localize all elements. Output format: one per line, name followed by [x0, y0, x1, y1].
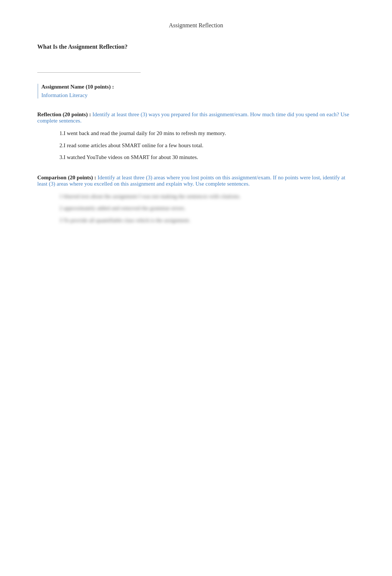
page-container: Assignment Reflection What Is the Assign…: [37, 22, 355, 224]
comparison-item-2: 2 approximately added and removed the gr…: [59, 204, 355, 213]
what-is-header: What Is the Assignment Reflection?: [37, 44, 355, 50]
comparison-label: Comparison (20 points) :: [37, 175, 96, 180]
comparison-header: Comparison (20 points) : Identify at lea…: [37, 175, 355, 187]
comparison-list: 1 blurred text about the assignment I wa…: [59, 192, 355, 225]
page-title: Assignment Reflection: [37, 22, 355, 29]
reflection-item-3: 3.I watched YouTube videos on SMART for …: [59, 153, 355, 162]
divider-line: [37, 72, 141, 73]
comparison-item-3: 3 To provide all quantifiable class whic…: [59, 216, 355, 225]
reflection-label: Reflection (20 points) :: [37, 111, 91, 117]
assignment-name-label: Assignment Name (10 points) :: [41, 84, 355, 90]
reflection-item-1: 1.I went back and read the journal daily…: [59, 129, 355, 138]
assignment-name-section: Assignment Name (10 points) : Informatio…: [37, 84, 355, 99]
what-is-section: What Is the Assignment Reflection?: [37, 44, 355, 50]
comparison-section: Comparison (20 points) : Identify at lea…: [37, 175, 355, 225]
reflection-section: Reflection (20 points) : Identify at lea…: [37, 111, 355, 162]
assignment-name-value: Information Literacy: [41, 92, 355, 99]
reflection-item-2: 2.I read some articles about SMART onlin…: [59, 141, 355, 150]
comparison-item-1: 1 blurred text about the assignment I wa…: [59, 192, 355, 201]
reflection-list: 1.I went back and read the journal daily…: [59, 129, 355, 162]
reflection-header: Reflection (20 points) : Identify at lea…: [37, 111, 355, 124]
